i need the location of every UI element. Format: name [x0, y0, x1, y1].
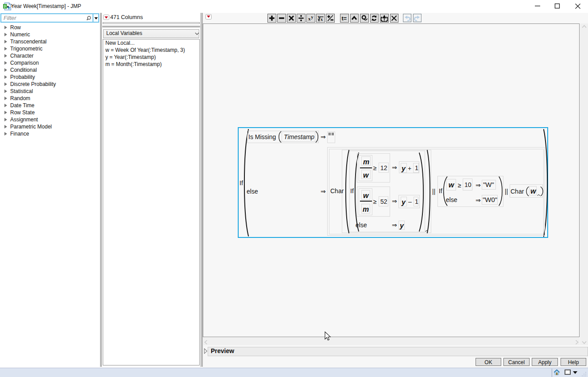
svg-text:t=: t=	[341, 15, 346, 21]
svg-text:x: x	[321, 17, 323, 22]
svg-text:x: x	[308, 16, 311, 21]
svg-text:y: y	[311, 15, 313, 19]
